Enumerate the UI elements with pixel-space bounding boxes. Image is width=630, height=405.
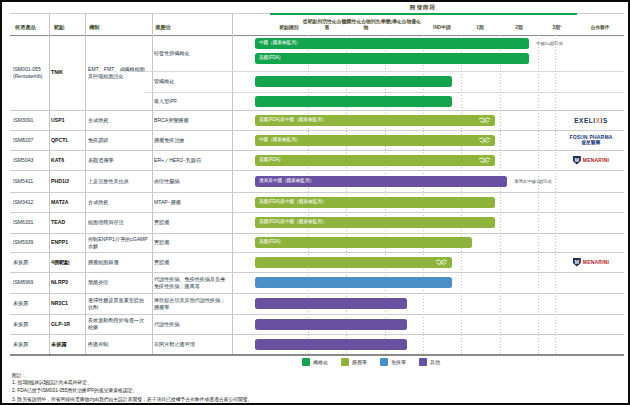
- pipeline-bar: 中國（國家藥監局）: [255, 135, 495, 146]
- handshake-icon: [478, 116, 491, 125]
- stage-column-header: 3期¹: [533, 25, 581, 31]
- mechanism-cell: 表觀遺傳學: [88, 150, 152, 170]
- target-cell: KAT6: [51, 150, 85, 170]
- pipeline-bar: [255, 96, 452, 107]
- legend-swatch: [341, 358, 349, 366]
- table-column-header: 適應症: [155, 24, 171, 31]
- bar-label: 美國(FDA): [259, 158, 280, 163]
- legend-item: 纖維化: [302, 358, 328, 366]
- table-bottom-border: [10, 354, 624, 356]
- indication-cell: 代謝性疾病: [154, 314, 232, 334]
- indication-cell: 實體瘤: [154, 233, 232, 252]
- mechanism-cell: 選擇性糖皮質激素受體拮抗劑: [88, 293, 152, 314]
- candidate-cell: 未披露: [13, 314, 49, 334]
- table-row: ISM3412MAT2A合成致死MTAP−腫瘤美國(FDA)及中國（國家藥監局）: [2, 192, 630, 212]
- partner-cell: MMENARINI: [558, 252, 624, 272]
- target-cell: 未披露: [51, 334, 85, 354]
- legend-item: 免疫學: [380, 358, 406, 366]
- legend-label: 其他: [430, 359, 440, 365]
- stage-header-title: 開發階段: [373, 4, 473, 12]
- bar-label: 中國（國家藥監局）: [259, 41, 300, 46]
- bar-annotation: 澳洲及中國1期完成: [514, 179, 552, 184]
- mechanism-cell: 無菌炎症: [88, 272, 152, 293]
- menarini-wordmark: MENARINI: [583, 259, 609, 265]
- table-row: ISM5043KAT6表觀遺傳學ER+／HER2−乳腺癌美國(FDA)MMENA…: [2, 150, 630, 170]
- handshake-icon: [478, 156, 491, 165]
- partner-logo-fosun-pharma: FOSUN PHARMA復星醫藥: [569, 134, 612, 146]
- indication-cell: 非阿片類止痛管理: [154, 334, 232, 354]
- mechanism-cell: EMT、FMT、成纖維細胞及巨噬細胞活化: [88, 35, 152, 110]
- menarini-shield-icon: M: [573, 156, 581, 165]
- candidate-cell: ISM3412: [13, 192, 49, 212]
- table-row: ISM8969NLRP3無菌炎症代謝性疾病、免疫性疾病及自身免疫性疾病；痛風等: [2, 272, 630, 293]
- legend-swatch: [380, 358, 388, 366]
- legend: 纖維化腫瘤學免疫學其他: [302, 358, 440, 366]
- bar-label: 中國（國家藥監局）: [259, 138, 300, 143]
- target-cell: ENPP1: [51, 233, 85, 252]
- pipeline-bar: [255, 319, 407, 330]
- partner-logo-exelixis: EXELIXIS: [574, 117, 608, 124]
- table-row: ISM5411PHD1/2上皮完整性及抗炎炎症性腸病澳洲及中國（國家藥監局）澳洲…: [2, 170, 630, 192]
- pipeline-bar: 美國(FDA): [255, 155, 495, 166]
- mechanism-cell: 免疫調節: [88, 130, 152, 150]
- indication-cell: BRCA突變腫瘤: [154, 110, 232, 130]
- partner-cell: MMENARINI: [558, 150, 624, 170]
- partner-cell: FOSUN PHARMA復星醫藥: [558, 130, 624, 150]
- candidate-cell: ISM8207: [13, 130, 49, 150]
- indication-cell: 代謝性疾病、免疫性疾病及自身免疫性疾病；痛風等: [154, 272, 232, 293]
- legend-item: 其他: [419, 358, 440, 366]
- candidate-cell: ISM5411: [13, 170, 49, 192]
- table-column-header: 機制: [89, 24, 99, 31]
- legend-swatch: [419, 358, 427, 366]
- pipeline-bar: [255, 257, 452, 268]
- bar-label: 澳洲及中國（國家藥監局）: [259, 179, 314, 184]
- candidate-subtext: (Rentosertib): [13, 73, 46, 80]
- target-cell: QPCTL: [51, 130, 85, 150]
- footnote-lines: 1. 指3期臨牀試驗設計尚未最終確定。2. FDA已授予ISM001-055用於…: [12, 379, 492, 403]
- mechanism-cell: 細胞增殖與存活: [88, 212, 152, 233]
- pipeline-bar: [255, 339, 407, 350]
- indication-cell: 實體瘤: [154, 212, 232, 233]
- table-column-header: 候選產品: [15, 24, 36, 31]
- target-cell: PHD1/2: [51, 170, 85, 192]
- candidate-cell: ISM3091: [13, 110, 49, 130]
- indication-cell: 吸入型IPF: [154, 92, 232, 110]
- pipeline-chart: 開發階段 候選產品靶點機制適應症靶點識別從靶點到活性化合物篩選從活性化合物到先導…: [0, 0, 630, 405]
- candidate-cell: 未披露: [13, 293, 49, 314]
- pipeline-bar: [255, 76, 452, 87]
- target-cell: NR3C1: [51, 293, 85, 314]
- menarini-wordmark: MENARINI: [583, 157, 609, 163]
- target-cell: 4個靶點: [51, 252, 85, 272]
- table-row: ISM5939ENPP1抑制ENPP1介導的cGAMP水解實體瘤美國(FDA): [2, 233, 630, 252]
- menarini-shield-icon: M: [573, 258, 581, 267]
- table-column-header: 靶點: [54, 24, 64, 31]
- footnotes: 附註： 1. 指3期臨牀試驗設計尚未最終確定。2. FDA已授予ISM001-0…: [12, 372, 492, 404]
- footnotes-title: 附註：: [12, 372, 492, 379]
- table-row: ISM6331TEAD細胞增殖與存活實體瘤美國(FDA)及中國（國家藥監局）: [2, 212, 630, 233]
- indication-cell: 實體瘤: [154, 252, 232, 272]
- candidate-cell: ISM6331: [13, 212, 49, 233]
- legend-label: 纖維化: [313, 359, 328, 365]
- mechanism-cell: 腫瘤細胞殺傷: [88, 252, 152, 272]
- indication-cell: 炎症性腸病: [154, 170, 232, 192]
- bar-label: 美國(FDA)及中國（國家藥監局）: [259, 200, 326, 205]
- pipeline-bar: 中國（國家藥監局）: [255, 38, 529, 49]
- mechanism-cell: 抑制ENPP1介導的cGAMP水解: [88, 233, 152, 252]
- stage-header-rule: [270, 13, 577, 15]
- table-row: ISM8207QPCTL免疫調節腫瘤免疫治療中國（國家藥監局）FOSUN PHA…: [2, 130, 630, 150]
- footnote-line: 3. 除另有說明外，所有管綫候選藥物均由我們自主設計及開發；若干項目已授權予合作…: [12, 396, 492, 403]
- logo-letter: S: [603, 117, 608, 124]
- bar-label: 美國(FDA)及中國（國家藥監局）: [259, 220, 326, 225]
- mechanism-cell: 疼痛抑制: [88, 334, 152, 354]
- indication-cell: 庫欣綜合症及其他代謝性疾病；腫瘤學: [154, 293, 232, 314]
- partner-logo-menarini: MMENARINI: [573, 156, 609, 165]
- pipeline-bar: 美國(FDA)及中國（國家藥監局）: [255, 217, 495, 228]
- target-cell: NLRP3: [51, 272, 85, 293]
- legend-item: 腫瘤學: [341, 358, 367, 366]
- indication-cell: 特發性肺纖維化: [154, 35, 232, 71]
- pipeline-bar: 美國(FDA): [255, 53, 529, 64]
- mechanism-cell: 上皮完整性及抗炎: [88, 170, 152, 192]
- candidate-cell: ISM8969: [13, 272, 49, 293]
- pipeline-bar: 美國(FDA)及中國（國家藥監局）: [255, 115, 495, 126]
- table-row: 未披露NR3C1選擇性糖皮質激素受體拮抗劑庫欣綜合症及其他代謝性疾病；腫瘤學: [2, 293, 630, 314]
